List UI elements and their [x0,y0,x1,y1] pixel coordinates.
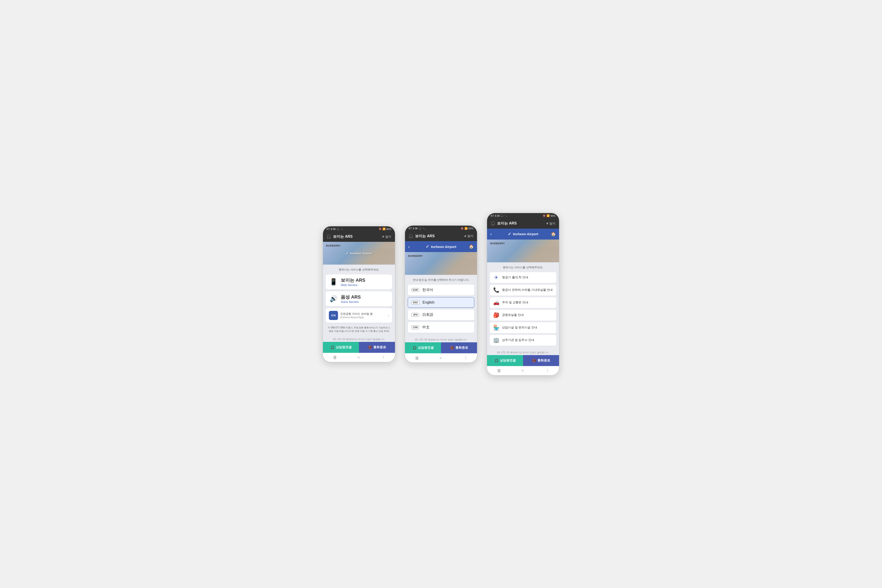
bottom-buttons-1: 🎧 상담원연결 📵 통화종료 [323,342,395,353]
mute-icon-2: 🔇 [460,227,464,230]
menu-resident[interactable]: 🏢 상주기관 및 입주사 안내 [490,335,556,346]
headset-icon-btn-2: 🎧 [412,346,416,350]
android-nav-3: ||| ○ 〈 [487,366,559,375]
close-button-3[interactable]: ✕ 닫기 [546,222,555,226]
back-button-3[interactable]: ‹ [490,231,492,237]
service-card-ars[interactable]: 📱 보이는 ARS Web Service [326,274,392,290]
time-label-2: 9:38 [413,227,417,230]
flight-icon: ✈ [493,274,500,280]
app-header-2: 🎧 보이는 ARS ✕ 닫기 [405,231,477,241]
carrier-label-3: KT [490,214,494,217]
airport-logo-3: ✓ Incheon Airport [508,231,538,237]
ars-subtitle: Web Service [341,283,365,287]
app-title-3: 보이는 ARS [497,221,517,226]
app-title-2: 보이는 ARS [415,234,435,238]
jpn-name: 日本語 [422,312,433,317]
voice-title: 음성 ARS [341,294,361,300]
time-label: 9:38 [331,228,336,230]
data-notice-1: 3G, LTE, 5G 환경에서는 데이터 요금이 발생합니다. [323,336,395,342]
burberry-text: BURBERRY [326,244,341,247]
wifi-icon-2: 📶 [465,227,468,230]
home-nav-icon-3[interactable]: ○ [522,369,524,373]
home-nav-icon-2[interactable]: ○ [440,356,442,360]
subtitle-1: 원하시는 서비스를 선택해주세요. [326,268,392,272]
battery-label-2: 65% [468,227,473,230]
menu-flight[interactable]: ✈ 항공기 출/도착 안내 [490,272,556,283]
menu-lostfound[interactable]: 🎒 공항유실물 안내 [490,310,556,321]
subtitle-2: 안내 받으실 언어를 선택하여 주시기 바랍니다. [408,278,474,282]
menu-parking[interactable]: 🚗 주차 및 교통편 안내 [490,297,556,308]
x-icon: ✕ [382,235,384,238]
mute-icon: 🔇 [378,228,382,230]
consult-button-3[interactable]: 🎧 상담원연결 [487,355,523,366]
resident-text: 상주기관 및 입주사 안내 [502,338,534,342]
app-link-sub: (Incheon Airport App) [340,316,386,319]
phone-2: KT 9:38 🎧 📞 🔇 📶 65% 🎧 보이는 ARS ✕ 닫기 [405,225,477,363]
mute-icon-3: 🔇 [543,214,546,217]
home-nav-icon[interactable]: ○ [357,355,360,359]
phone-end-icon-3: 📵 [532,359,536,362]
consult-button-1[interactable]: 🎧 상담원연결 [323,342,359,353]
airport-nav-2: ‹ ✓ Incheon Airport 🏠 [405,241,477,252]
android-nav-1: ||| ○ 〈 [323,353,395,362]
time-label-3: 9:38 [495,214,500,217]
menu-commercial[interactable]: 🏪 상업시설 및 편의시설 안내 [490,322,556,333]
lang-eng[interactable]: ENG English [408,297,474,308]
menu-nav-icon[interactable]: ||| [333,355,336,359]
app-link-card[interactable]: ICN 인천공항 가이드 모바일 앱 (Incheon Airport App)… [326,308,392,323]
wifi-icon: 📶 [382,228,386,230]
headphone-icon-3: 🎧 [490,221,495,226]
lostfound-icon: 🎒 [493,312,500,318]
flight-text: 항공기 출/도착 안내 [502,275,528,279]
back-button-2[interactable]: ‹ [408,244,410,249]
commercial-icon: 🏪 [493,325,500,331]
lang-chn[interactable]: CHN 中文 [408,322,474,333]
kor-badge: KOR [411,288,419,292]
back-nav-icon-3[interactable]: 〈 [545,368,549,373]
burberry-text-3: BURBERRY [490,242,505,245]
menu-airline[interactable]: 📞 항공사 연락처,수하물,기내유실물 안내 [490,285,556,296]
airport-logo-2: ✓ Incheon Airport [426,244,456,249]
hangup-button-3[interactable]: 📵 통화종료 [523,355,559,366]
app-header-1: 🎧 보이는 ARS ✕ 닫기 [323,232,395,242]
home-button-2[interactable]: 🏠 [469,244,474,249]
phone-icon: 📞 [340,228,344,230]
content-2: 안내 받으실 언어를 선택하여 주시기 바랍니다. KOR 한국어 ENG En… [405,275,477,337]
app-title: 보이는 ARS [333,234,352,239]
lang-kor[interactable]: KOR 한국어 [408,285,474,296]
menu-nav-icon-3[interactable]: ||| [498,369,500,373]
android-nav-2: ||| ○ 〈 [405,353,477,362]
x-icon-2: ✕ [464,234,466,238]
menu-nav-icon-2[interactable]: ||| [416,356,418,360]
service-card-voice[interactable]: 🔊 음성 ARS Voice Service [326,291,392,306]
back-nav-icon-2[interactable]: 〈 [463,356,466,360]
close-button-2[interactable]: ✕ 닫기 [464,234,473,238]
commercial-text: 상업시설 및 편의시설 안내 [502,326,537,330]
data-notice-2: 3G, LTE, 5G 환경에서는 데이터 요금이 발생합니다. [405,337,477,342]
content-1: 원하시는 서비스를 선택해주세요. 📱 보이는 ARS Web Service … [323,265,395,336]
lang-jpn[interactable]: JPN 日本語 [408,309,474,320]
chn-badge: CHN [411,326,419,329]
consult-button-2[interactable]: 🎧 상담원연결 [405,342,441,353]
phone-end-icon-2: 📵 [450,346,454,350]
headphone-icon-2: 🎧 [409,234,413,238]
home-button-3[interactable]: 🏠 [551,231,556,237]
phone-icon-2: 📞 [423,227,426,230]
content-3: 원하시는 서비스를 선택해주세요. ✈ 항공기 출/도착 안내 📞 항공사 연락… [487,262,559,350]
voice-subtitle: Voice Service [341,300,361,304]
headset-icon-2: 🎧 [418,227,422,230]
eng-badge: ENG [412,301,419,304]
headset-icon: 🎧 [336,228,340,230]
airline-icon: 📞 [493,287,500,293]
subtitle-3: 원하시는 서비스를 선택해주세요. [490,266,556,269]
phone-3: KT 9:38 🎧 📞 🔇 📶 65% 🎧 보이는 ARS ✕ 닫기 [487,213,560,376]
hangup-button-2[interactable]: 📵 통화종료 [441,342,477,353]
hangup-button-1[interactable]: 📵 통화종료 [359,342,395,353]
app-header-3: 🎧 보이는 ARS ✕ 닫기 [487,219,559,229]
ars-icon: 📱 [329,278,338,286]
close-button-1[interactable]: ✕ 닫기 [382,235,392,239]
headphone-icon: 🎧 [327,234,331,239]
wifi-icon-3: 📶 [546,214,550,217]
back-nav-icon[interactable]: 〈 [381,355,384,360]
notice-text: ※ 080-577-2600 이용시, 무료 전화 통화서비스가 가능하오니 많… [326,324,392,334]
